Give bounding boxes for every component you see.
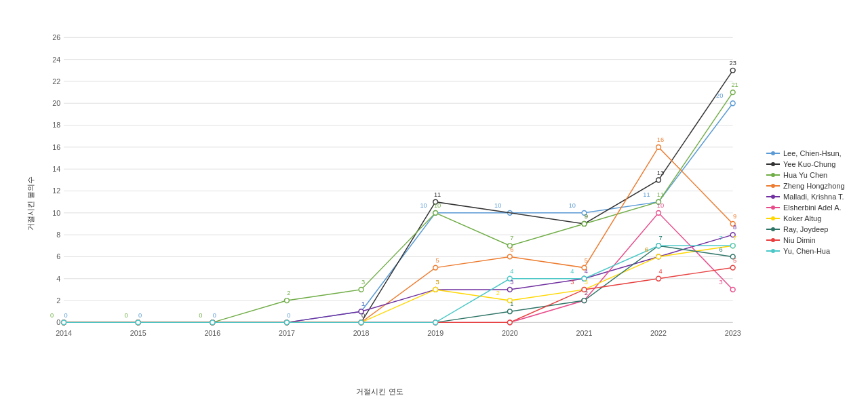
svg-text:0: 0 xyxy=(64,312,67,319)
svg-text:7: 7 xyxy=(719,235,723,241)
svg-text:13: 13 xyxy=(657,170,664,176)
legend-label: Zheng Hongzhong xyxy=(783,182,845,190)
svg-point-114 xyxy=(507,309,512,314)
svg-text:10: 10 xyxy=(494,202,501,209)
svg-point-97 xyxy=(730,287,735,292)
svg-text:11: 11 xyxy=(434,191,441,198)
svg-point-131 xyxy=(285,320,290,325)
svg-point-73 xyxy=(433,265,438,270)
svg-point-129 xyxy=(136,320,140,325)
svg-point-57 xyxy=(730,68,735,73)
svg-point-63 xyxy=(433,210,438,215)
svg-text:5: 5 xyxy=(436,257,439,264)
svg-text:11: 11 xyxy=(643,191,650,198)
svg-text:4: 4 xyxy=(510,268,513,275)
svg-text:4: 4 xyxy=(56,275,60,283)
svg-text:0: 0 xyxy=(125,312,128,319)
legend-item: Zheng Hongzhong xyxy=(766,182,861,190)
legend-dot-icon xyxy=(771,238,775,242)
svg-text:0: 0 xyxy=(213,312,216,319)
chart-area: 거절시킨 볼의수 거절시킨 연도 02468101214161820222426… xyxy=(0,0,760,407)
svg-text:9: 9 xyxy=(733,213,736,220)
svg-text:22: 22 xyxy=(52,77,60,85)
svg-text:10: 10 xyxy=(569,202,576,209)
legend-item: Ray, Joydeep xyxy=(766,225,861,233)
svg-point-48 xyxy=(730,101,735,106)
svg-text:2: 2 xyxy=(585,290,588,296)
svg-point-67 xyxy=(730,90,735,95)
svg-text:20: 20 xyxy=(52,99,60,107)
svg-text:3: 3 xyxy=(436,279,439,286)
svg-text:18: 18 xyxy=(52,121,60,129)
svg-text:2018: 2018 xyxy=(353,329,370,337)
legend-line-icon xyxy=(766,239,780,241)
svg-text:2017: 2017 xyxy=(279,329,295,337)
svg-text:0: 0 xyxy=(287,312,290,319)
svg-text:2: 2 xyxy=(496,290,500,296)
legend-label: Niu Dimin xyxy=(783,236,816,244)
svg-text:10: 10 xyxy=(420,202,427,209)
svg-text:2015: 2015 xyxy=(130,329,146,337)
legend-line-icon xyxy=(766,163,780,165)
svg-point-130 xyxy=(210,320,215,325)
svg-text:2020: 2020 xyxy=(502,329,518,337)
svg-text:4: 4 xyxy=(658,268,662,275)
svg-point-127 xyxy=(730,265,735,270)
svg-text:5: 5 xyxy=(733,257,736,264)
legend-line-icon xyxy=(766,196,780,197)
svg-point-74 xyxy=(507,254,512,259)
legend-item: Yee Kuo-Chung xyxy=(766,160,861,168)
svg-text:2: 2 xyxy=(56,296,60,305)
svg-text:2016: 2016 xyxy=(204,329,220,337)
svg-text:6: 6 xyxy=(510,246,513,253)
svg-text:8: 8 xyxy=(56,231,60,239)
svg-point-76 xyxy=(656,144,661,149)
legend-label: Ray, Joydeep xyxy=(783,225,828,233)
legend-label: Malladi, Krishna T. xyxy=(783,193,844,201)
legend-dot-icon xyxy=(771,195,775,199)
legend-dot-icon xyxy=(771,249,775,253)
legend-label: Koker Altug xyxy=(783,214,821,222)
svg-text:3: 3 xyxy=(570,279,574,286)
svg-text:24: 24 xyxy=(52,56,60,64)
svg-text:6: 6 xyxy=(645,246,648,253)
svg-point-65 xyxy=(582,222,587,227)
legend-item: Elsherbini Adel A. xyxy=(766,204,861,212)
svg-text:3: 3 xyxy=(719,279,723,286)
legend-item: Yu, Chen-Hua xyxy=(766,247,861,255)
svg-text:5: 5 xyxy=(585,257,588,264)
legend-line-icon xyxy=(766,250,780,252)
chart-svg: 0246810121416182022242620142015201620172… xyxy=(37,14,753,366)
svg-point-96 xyxy=(656,210,661,215)
svg-point-132 xyxy=(359,320,363,325)
legend-line-icon xyxy=(766,174,780,176)
svg-text:2023: 2023 xyxy=(725,329,741,337)
svg-text:2019: 2019 xyxy=(427,329,443,337)
svg-text:21: 21 xyxy=(731,81,738,88)
svg-text:7: 7 xyxy=(658,235,662,241)
svg-text:0: 0 xyxy=(361,312,365,319)
svg-text:16: 16 xyxy=(52,143,60,151)
legend-dot-icon xyxy=(771,216,775,220)
legend-dot-icon xyxy=(771,206,775,210)
legend-line-icon xyxy=(766,207,780,208)
legend-item: Niu Dimin xyxy=(766,236,861,244)
svg-point-106 xyxy=(656,254,661,259)
legend-label: Elsherbini Adel A. xyxy=(783,204,842,212)
svg-text:9: 9 xyxy=(585,213,588,220)
svg-text:23: 23 xyxy=(730,60,736,66)
svg-text:6: 6 xyxy=(56,252,60,260)
svg-text:1: 1 xyxy=(510,301,513,307)
svg-text:7: 7 xyxy=(733,235,736,241)
legend-dot-icon xyxy=(771,151,775,155)
legend-line-icon xyxy=(766,218,780,219)
legend: Lee, Chien-Hsun, Yee Kuo-Chung Hua Yu Ch… xyxy=(760,0,868,407)
legend-line-icon xyxy=(766,153,780,154)
svg-text:11: 11 xyxy=(657,191,664,198)
svg-text:16: 16 xyxy=(657,136,664,143)
svg-text:2014: 2014 xyxy=(56,329,72,337)
legend-label: Hua Yu Chen xyxy=(783,171,827,179)
svg-point-115 xyxy=(582,298,587,303)
svg-text:0: 0 xyxy=(199,312,202,319)
svg-text:14: 14 xyxy=(52,165,60,173)
